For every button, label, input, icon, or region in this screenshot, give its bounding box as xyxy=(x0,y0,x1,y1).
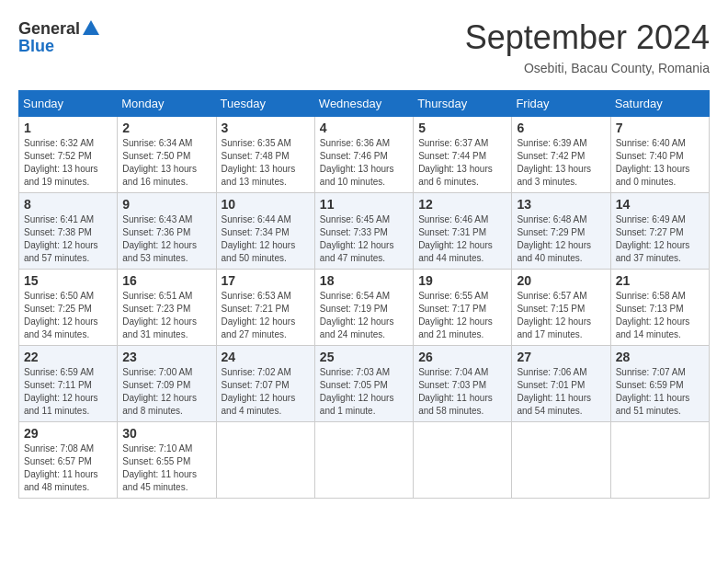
day-number: 6 xyxy=(517,121,605,135)
table-row: 21Sunrise: 6:58 AMSunset: 7:13 PMDayligh… xyxy=(610,270,709,346)
table-row: 12Sunrise: 6:46 AMSunset: 7:31 PMDayligh… xyxy=(414,193,512,270)
table-row: 27Sunrise: 7:06 AMSunset: 7:01 PMDayligh… xyxy=(512,346,610,422)
day-info: Sunrise: 6:57 AMSunset: 7:15 PMDaylight:… xyxy=(517,291,591,339)
page-header: General Blue September 2024 Osebiti, Bac… xyxy=(18,18,710,75)
day-info: Sunrise: 6:43 AMSunset: 7:36 PMDaylight:… xyxy=(122,214,197,263)
table-row: 25Sunrise: 7:03 AMSunset: 7:05 PMDayligh… xyxy=(314,346,413,422)
day-number: 18 xyxy=(320,273,408,288)
day-info: Sunrise: 6:40 AMSunset: 7:40 PMDaylight:… xyxy=(616,138,690,187)
day-info: Sunrise: 6:37 AMSunset: 7:44 PMDaylight:… xyxy=(418,138,493,187)
header-friday: Friday xyxy=(512,91,610,117)
day-number: 22 xyxy=(24,350,112,364)
month-title: September 2024 xyxy=(465,18,710,57)
day-info: Sunrise: 6:35 AMSunset: 7:48 PMDaylight:… xyxy=(222,138,296,187)
logo-blue: Blue xyxy=(18,37,54,56)
calendar-week-3: 15Sunrise: 6:50 AMSunset: 7:25 PMDayligh… xyxy=(19,270,710,346)
table-row: 10Sunrise: 6:44 AMSunset: 7:34 PMDayligh… xyxy=(216,193,314,270)
header-tuesday: Tuesday xyxy=(216,91,314,117)
logo: General Blue xyxy=(18,18,102,56)
day-info: Sunrise: 6:53 AMSunset: 7:21 PMDaylight:… xyxy=(222,291,296,339)
table-row: 6Sunrise: 6:39 AMSunset: 7:42 PMDaylight… xyxy=(512,117,610,193)
header-monday: Monday xyxy=(118,91,216,117)
day-number: 29 xyxy=(24,426,112,441)
day-info: Sunrise: 7:07 AMSunset: 6:59 PMDaylight:… xyxy=(616,367,690,416)
day-info: Sunrise: 6:51 AMSunset: 7:23 PMDaylight:… xyxy=(122,291,197,339)
table-row: 2Sunrise: 6:34 AMSunset: 7:50 PMDaylight… xyxy=(118,117,216,193)
table-row: 26Sunrise: 7:04 AMSunset: 7:03 PMDayligh… xyxy=(414,346,512,422)
table-row: 28Sunrise: 7:07 AMSunset: 6:59 PMDayligh… xyxy=(610,346,709,422)
day-info: Sunrise: 6:50 AMSunset: 7:25 PMDaylight:… xyxy=(24,291,98,339)
day-info: Sunrise: 7:03 AMSunset: 7:05 PMDaylight:… xyxy=(320,367,394,416)
day-number: 10 xyxy=(222,197,310,212)
table-row: 1Sunrise: 6:32 AMSunset: 7:52 PMDaylight… xyxy=(19,117,118,193)
day-number: 24 xyxy=(222,350,310,364)
day-info: Sunrise: 6:32 AMSunset: 7:52 PMDaylight:… xyxy=(24,138,98,187)
title-section: September 2024 Osebiti, Bacau County, Ro… xyxy=(465,18,710,75)
day-number: 25 xyxy=(320,350,408,364)
table-row: 16Sunrise: 6:51 AMSunset: 7:23 PMDayligh… xyxy=(118,270,216,346)
table-row: 30Sunrise: 7:10 AMSunset: 6:55 PMDayligh… xyxy=(118,422,216,499)
day-info: Sunrise: 7:04 AMSunset: 7:03 PMDaylight:… xyxy=(418,367,493,416)
calendar-week-4: 22Sunrise: 6:59 AMSunset: 7:11 PMDayligh… xyxy=(19,346,710,422)
table-row: 3Sunrise: 6:35 AMSunset: 7:48 PMDaylight… xyxy=(216,117,314,193)
day-number: 16 xyxy=(122,273,210,288)
header-thursday: Thursday xyxy=(414,91,512,117)
table-row: 15Sunrise: 6:50 AMSunset: 7:25 PMDayligh… xyxy=(19,270,118,346)
table-row xyxy=(314,422,413,499)
table-row xyxy=(512,422,610,499)
day-number: 28 xyxy=(616,350,704,364)
table-row: 19Sunrise: 6:55 AMSunset: 7:17 PMDayligh… xyxy=(414,270,512,346)
day-info: Sunrise: 6:41 AMSunset: 7:38 PMDaylight:… xyxy=(24,214,98,263)
day-info: Sunrise: 6:46 AMSunset: 7:31 PMDaylight:… xyxy=(418,214,493,263)
day-number: 21 xyxy=(616,273,704,288)
table-row: 29Sunrise: 7:08 AMSunset: 6:57 PMDayligh… xyxy=(19,422,118,499)
calendar-week-1: 1Sunrise: 6:32 AMSunset: 7:52 PMDaylight… xyxy=(19,117,710,193)
day-number: 1 xyxy=(24,121,112,135)
day-number: 8 xyxy=(24,197,112,212)
table-row: 5Sunrise: 6:37 AMSunset: 7:44 PMDaylight… xyxy=(414,117,512,193)
day-info: Sunrise: 7:10 AMSunset: 6:55 PMDaylight:… xyxy=(122,443,197,492)
table-row: 13Sunrise: 6:48 AMSunset: 7:29 PMDayligh… xyxy=(512,193,610,270)
day-info: Sunrise: 6:34 AMSunset: 7:50 PMDaylight:… xyxy=(122,138,197,187)
table-row xyxy=(216,422,314,499)
day-number: 17 xyxy=(222,273,310,288)
day-number: 20 xyxy=(517,273,605,288)
day-number: 2 xyxy=(122,121,210,135)
calendar-header-row: Sunday Monday Tuesday Wednesday Thursday… xyxy=(19,91,710,117)
calendar-table: Sunday Monday Tuesday Wednesday Thursday… xyxy=(18,90,710,499)
table-row: 24Sunrise: 7:02 AMSunset: 7:07 PMDayligh… xyxy=(216,346,314,422)
day-number: 13 xyxy=(517,197,605,212)
location-subtitle: Osebiti, Bacau County, Romania xyxy=(465,61,710,75)
table-row: 20Sunrise: 6:57 AMSunset: 7:15 PMDayligh… xyxy=(512,270,610,346)
header-wednesday: Wednesday xyxy=(314,91,413,117)
day-info: Sunrise: 6:48 AMSunset: 7:29 PMDaylight:… xyxy=(517,214,591,263)
header-saturday: Saturday xyxy=(610,91,709,117)
svg-marker-0 xyxy=(83,20,99,35)
day-info: Sunrise: 7:06 AMSunset: 7:01 PMDaylight:… xyxy=(517,367,591,416)
table-row: 22Sunrise: 6:59 AMSunset: 7:11 PMDayligh… xyxy=(19,346,118,422)
table-row: 17Sunrise: 6:53 AMSunset: 7:21 PMDayligh… xyxy=(216,270,314,346)
day-number: 27 xyxy=(517,350,605,364)
table-row: 4Sunrise: 6:36 AMSunset: 7:46 PMDaylight… xyxy=(314,117,413,193)
calendar-week-5: 29Sunrise: 7:08 AMSunset: 6:57 PMDayligh… xyxy=(19,422,710,499)
day-info: Sunrise: 7:00 AMSunset: 7:09 PMDaylight:… xyxy=(122,367,197,416)
day-number: 4 xyxy=(320,121,408,135)
day-number: 9 xyxy=(122,197,210,212)
header-sunday: Sunday xyxy=(19,91,118,117)
table-row xyxy=(414,422,512,499)
table-row: 23Sunrise: 7:00 AMSunset: 7:09 PMDayligh… xyxy=(118,346,216,422)
day-info: Sunrise: 6:59 AMSunset: 7:11 PMDaylight:… xyxy=(24,367,98,416)
day-number: 3 xyxy=(222,121,310,135)
day-info: Sunrise: 7:02 AMSunset: 7:07 PMDaylight:… xyxy=(222,367,296,416)
table-row: 9Sunrise: 6:43 AMSunset: 7:36 PMDaylight… xyxy=(118,193,216,270)
day-info: Sunrise: 6:45 AMSunset: 7:33 PMDaylight:… xyxy=(320,214,394,263)
day-info: Sunrise: 6:49 AMSunset: 7:27 PMDaylight:… xyxy=(616,214,690,263)
logo-general: General xyxy=(18,19,80,39)
table-row: 8Sunrise: 6:41 AMSunset: 7:38 PMDaylight… xyxy=(19,193,118,270)
day-info: Sunrise: 6:55 AMSunset: 7:17 PMDaylight:… xyxy=(418,291,493,339)
day-number: 26 xyxy=(418,350,506,364)
table-row: 7Sunrise: 6:40 AMSunset: 7:40 PMDaylight… xyxy=(610,117,709,193)
day-number: 12 xyxy=(418,197,506,212)
day-number: 14 xyxy=(616,197,704,212)
day-number: 5 xyxy=(418,121,506,135)
